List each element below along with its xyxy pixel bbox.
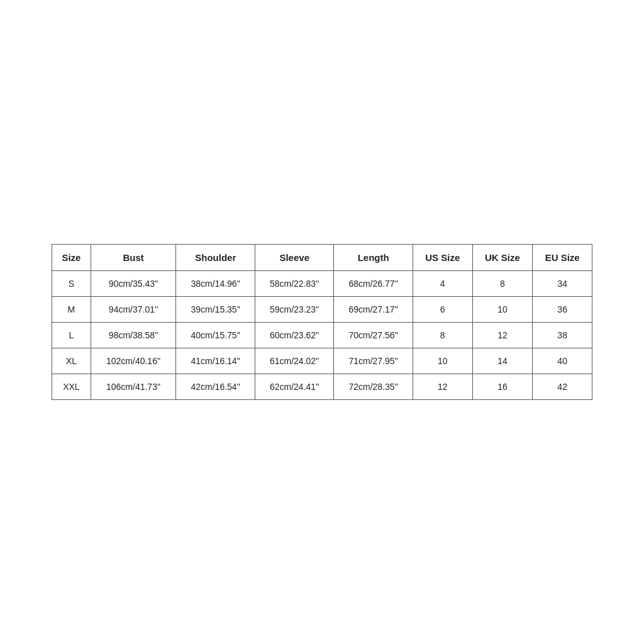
cell-eu-size: 36	[533, 297, 592, 323]
header-length: Length	[334, 245, 413, 271]
cell-size: L	[52, 323, 91, 348]
cell-shoulder: 39cm/15.35''	[176, 297, 255, 323]
cell-bust: 90cm/35.43''	[91, 271, 176, 297]
cell-eu-size: 38	[533, 323, 592, 348]
cell-sleeve: 62cm/24.41''	[255, 374, 333, 400]
table-header-row: Size Bust Shoulder Sleeve Length US Size…	[52, 245, 592, 271]
cell-bust: 98cm/38.58''	[91, 323, 176, 348]
cell-shoulder: 38cm/14.96''	[176, 271, 255, 297]
cell-size: XXL	[52, 374, 91, 400]
cell-size: S	[52, 271, 91, 297]
cell-us-size: 12	[413, 374, 472, 400]
cell-us-size: 4	[413, 271, 472, 297]
cell-shoulder: 40cm/15.75''	[176, 323, 255, 348]
cell-bust: 102cm/40.16''	[91, 348, 176, 374]
table-row: S90cm/35.43''38cm/14.96''58cm/22.83''68c…	[52, 271, 592, 297]
cell-sleeve: 60cm/23.62''	[255, 323, 333, 348]
cell-uk-size: 10	[472, 297, 533, 323]
size-chart-container: Size Bust Shoulder Sleeve Length US Size…	[52, 244, 592, 400]
header-sleeve: Sleeve	[255, 245, 333, 271]
cell-uk-size: 8	[472, 271, 533, 297]
cell-size: XL	[52, 348, 91, 374]
cell-us-size: 8	[413, 323, 472, 348]
table-row: XL102cm/40.16''41cm/16.14''61cm/24.02''7…	[52, 348, 592, 374]
cell-us-size: 10	[413, 348, 472, 374]
table-row: L98cm/38.58''40cm/15.75''60cm/23.62''70c…	[52, 323, 592, 348]
header-us-size: US Size	[413, 245, 472, 271]
cell-sleeve: 59cm/23.23''	[255, 297, 333, 323]
cell-bust: 106cm/41.73''	[91, 374, 176, 400]
cell-eu-size: 40	[533, 348, 592, 374]
cell-bust: 94cm/37.01''	[91, 297, 176, 323]
header-bust: Bust	[91, 245, 176, 271]
cell-eu-size: 34	[533, 271, 592, 297]
cell-length: 72cm/28.35''	[334, 374, 413, 400]
cell-size: M	[52, 297, 91, 323]
cell-eu-size: 42	[533, 374, 592, 400]
cell-sleeve: 58cm/22.83''	[255, 271, 333, 297]
cell-uk-size: 14	[472, 348, 533, 374]
table-row: M94cm/37.01''39cm/15.35''59cm/23.23''69c…	[52, 297, 592, 323]
header-uk-size: UK Size	[472, 245, 533, 271]
header-eu-size: EU Size	[533, 245, 592, 271]
cell-length: 70cm/27.56''	[334, 323, 413, 348]
cell-uk-size: 12	[472, 323, 533, 348]
header-shoulder: Shoulder	[176, 245, 255, 271]
cell-sleeve: 61cm/24.02''	[255, 348, 333, 374]
header-size: Size	[52, 245, 91, 271]
size-chart-table: Size Bust Shoulder Sleeve Length US Size…	[52, 244, 592, 400]
table-row: XXL106cm/41.73''42cm/16.54''62cm/24.41''…	[52, 374, 592, 400]
cell-uk-size: 16	[472, 374, 533, 400]
cell-length: 71cm/27.95''	[334, 348, 413, 374]
cell-us-size: 6	[413, 297, 472, 323]
cell-shoulder: 42cm/16.54''	[176, 374, 255, 400]
cell-length: 69cm/27.17''	[334, 297, 413, 323]
cell-shoulder: 41cm/16.14''	[176, 348, 255, 374]
cell-length: 68cm/26.77''	[334, 271, 413, 297]
